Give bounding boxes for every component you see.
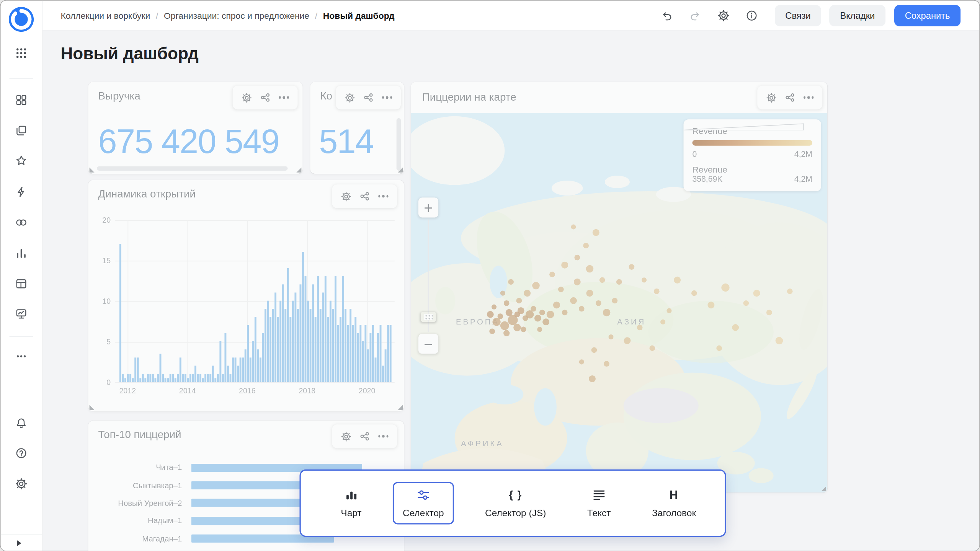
dynamics-bar — [172, 374, 173, 382]
widget-links-button[interactable] — [355, 187, 374, 205]
map-marker — [608, 334, 613, 339]
widget-settings-button[interactable] — [336, 187, 355, 205]
widget-more-button[interactable] — [799, 88, 818, 107]
dynamics-bar — [202, 378, 204, 382]
toolbar-item-selector[interactable]: Селектор — [393, 482, 454, 525]
dynamics-bar — [129, 374, 131, 382]
map-marker — [579, 359, 584, 364]
dashboard-canvas: Новый дашборд Выручка — [42, 31, 979, 551]
sidebar-item-dashboards[interactable] — [10, 89, 33, 111]
resize-handle[interactable] — [90, 405, 95, 410]
breadcrumb-workbook[interactable]: Организации: спрос и предложение — [164, 10, 309, 20]
undo-button[interactable] — [657, 5, 677, 25]
map-marker — [579, 306, 585, 311]
widget-links-button[interactable] — [256, 88, 274, 107]
widget-settings-button[interactable] — [340, 88, 359, 107]
redo-button[interactable] — [685, 5, 705, 25]
resize-handle[interactable] — [296, 168, 301, 173]
sidebar-item-more[interactable] — [10, 345, 33, 368]
map-marker — [539, 310, 545, 315]
sidebar-item-settings[interactable] — [10, 473, 33, 495]
widget-links-button[interactable] — [359, 88, 378, 107]
topbar-actions: Связи Вкладки Сохранить — [657, 5, 960, 26]
heading-icon: H — [670, 488, 679, 502]
widget-more-button[interactable] — [378, 88, 397, 107]
dynamics-bar — [284, 309, 286, 382]
toolbar-item-chart[interactable]: Чарт — [331, 482, 372, 525]
map-marker — [589, 375, 596, 382]
dynamics-bar — [277, 317, 279, 382]
map-marker — [534, 315, 541, 321]
dynamics-bar — [262, 333, 263, 382]
widget-add-toolbar: Чарт Селектор { } Селектор (JS) Текст — [299, 469, 726, 537]
sidebar-item-automation[interactable] — [10, 181, 33, 203]
resize-handle[interactable] — [90, 168, 95, 173]
sidebar-item-collections[interactable] — [10, 119, 33, 142]
sidebar-item-editor[interactable] — [10, 303, 33, 325]
map-marker — [743, 300, 749, 306]
map-marker — [616, 279, 622, 285]
dynamics-bar — [372, 325, 374, 382]
map-marker — [531, 306, 537, 311]
datalens-logo[interactable] — [8, 6, 35, 33]
expand-icon[interactable] — [17, 540, 21, 546]
widget-links-button[interactable] — [355, 427, 374, 446]
horizontal-scrollbar[interactable] — [97, 166, 287, 171]
resize-handle[interactable] — [398, 168, 403, 173]
info-button[interactable] — [742, 5, 761, 25]
dashboard-settings-button[interactable] — [713, 5, 733, 25]
dynamics-bar — [189, 374, 191, 382]
chart-icon — [344, 488, 358, 502]
map-marker — [666, 308, 671, 313]
save-button[interactable]: Сохранить — [894, 5, 960, 26]
dynamics-bar — [134, 357, 136, 382]
zoom-out-button[interactable]: − — [418, 334, 438, 354]
widget-title: Ко — [320, 90, 332, 103]
zoom-in-button[interactable]: + — [418, 197, 438, 217]
dynamics-bar — [307, 301, 309, 382]
map-marker — [489, 328, 495, 334]
map-marker — [674, 277, 681, 284]
dynamics-bar — [127, 374, 129, 382]
resize-handle[interactable] — [398, 405, 403, 410]
dynamics-bar — [364, 325, 366, 382]
dynamics-bar — [260, 357, 261, 382]
sidebar-item-tables[interactable] — [10, 272, 33, 295]
map[interactable]: ЕВРОПА АЗИЯ АФРИКА + − Revenue 0 4,2M — [411, 113, 827, 493]
sidebar-item-charts[interactable] — [10, 242, 33, 264]
toolbar-item-text[interactable]: Текст — [577, 482, 621, 525]
toolbar-item-selector-js[interactable]: { } Селектор (JS) — [475, 482, 556, 525]
zoom-slider-handle[interactable] — [420, 311, 436, 323]
widget-more-button[interactable] — [274, 88, 293, 107]
sidebar-item-help[interactable] — [10, 442, 33, 465]
widget-more-button[interactable] — [374, 427, 393, 446]
links-button[interactable]: Связи — [775, 5, 822, 26]
tabs-button[interactable]: Вкладки — [830, 5, 885, 26]
map-marker — [650, 346, 655, 351]
dynamics-bar — [142, 374, 144, 382]
dynamics-bar — [209, 374, 211, 382]
toolbar-item-header[interactable]: H Заголовок — [642, 482, 706, 525]
apps-grid-button[interactable] — [10, 42, 33, 64]
map-marker — [637, 325, 643, 331]
dynamics-bar — [157, 374, 158, 382]
dynamics-bar — [132, 378, 134, 382]
map-marker — [642, 277, 647, 282]
widget-links-button[interactable] — [781, 88, 799, 107]
sidebar-item-notifications[interactable] — [10, 412, 33, 435]
widget-settings-button[interactable] — [336, 427, 355, 446]
sidebar-item-favorites[interactable] — [10, 149, 33, 172]
map-marker — [532, 282, 540, 290]
map-marker — [593, 229, 599, 236]
widget-settings-button[interactable] — [237, 88, 256, 107]
dynamics-bar — [175, 378, 176, 382]
help-icon — [15, 447, 28, 460]
braces-icon: { } — [509, 488, 522, 502]
breadcrumb-collections[interactable]: Коллекции и воркбуки — [60, 10, 150, 20]
resize-handle[interactable] — [821, 486, 826, 491]
widget-more-button[interactable] — [374, 187, 393, 205]
map-marker — [654, 289, 660, 294]
vertical-scrollbar[interactable] — [397, 118, 401, 171]
widget-settings-button[interactable] — [762, 88, 781, 107]
sidebar-item-pairs[interactable] — [10, 211, 33, 234]
